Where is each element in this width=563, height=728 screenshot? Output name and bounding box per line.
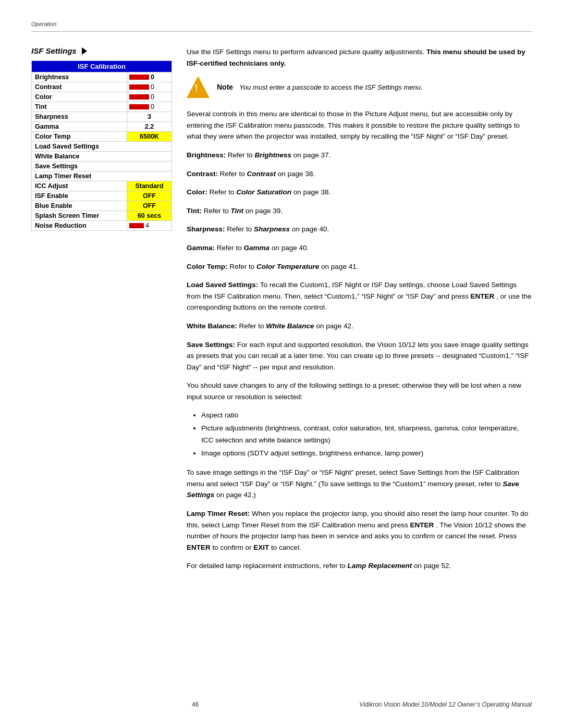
note-label: Note [217, 83, 233, 91]
tint-item: Tint: Refer to Tint on page 39. [187, 205, 532, 217]
desc-para1: Several controls in this menu are identi… [187, 108, 532, 142]
table-row: Blue Enable OFF [32, 201, 172, 211]
top-rule [31, 31, 532, 32]
row-label-savesettings: Save Settings [32, 162, 172, 171]
tint-label: Tint: [187, 207, 202, 215]
lamptimer-item: Lamp Timer Reset: When you replace the p… [187, 508, 532, 553]
brightness-value: 0 [151, 73, 154, 81]
sharpness-suffix: on page 40. [292, 225, 329, 233]
table-row: Sharpness 3 [32, 112, 172, 122]
row-value-colortemp: 6500K [127, 132, 172, 142]
brightness-label: Brightness: [187, 151, 226, 159]
list-item: Image options (SDTV adjust settings, bri… [201, 448, 532, 460]
save-changes-para: You should save changes to any of the fo… [187, 380, 532, 402]
row-value-color: 0 [127, 92, 172, 102]
table-row: Save Settings [32, 162, 172, 171]
row-value-gamma: 2.2 [127, 122, 172, 132]
save-changes-text: You should save changes to any of the fo… [187, 381, 521, 401]
page: Operation ISF Settings ISF Calibration B… [0, 0, 563, 728]
row-label-isfenable: ISF Enable [32, 191, 127, 201]
table-row: Load Saved Settings [32, 142, 172, 152]
row-label-contrast: Contrast [32, 82, 127, 92]
row-label-blueenable: Blue Enable [32, 201, 127, 211]
whitebalance-item: White Balance: Refer to White Balance on… [187, 320, 532, 332]
tint-suffix: on page 39. [246, 207, 283, 215]
colortemp-label: Color Temp: [187, 263, 228, 270]
row-value-splashscreen: 60 secs [127, 211, 172, 221]
color-text: Refer to [210, 188, 237, 196]
table-header-cell: ISF Calibration [32, 61, 172, 72]
right-column: Use the ISF Settings menu to perform adv… [187, 46, 532, 579]
color-link: Color Saturation [236, 188, 291, 196]
table-row: Lamp Timer Reset [32, 171, 172, 181]
row-value-brightness: 0 [127, 72, 172, 82]
whitebalance-text: Refer to [239, 322, 266, 330]
left-column: ISF Settings ISF Calibration Brightness … [31, 46, 172, 231]
isf-settings-label: ISF Settings [31, 46, 77, 55]
noise-value: 4 [145, 222, 149, 229]
row-label-gamma: Gamma [32, 122, 127, 132]
lamp-replacement-para: For detailed lamp replacement instructio… [187, 560, 532, 572]
contrast-suffix: on page 38. [278, 170, 315, 178]
row-value-isfenable: OFF [127, 191, 172, 201]
sharpness-text: Refer to [227, 225, 254, 233]
red-bar-noise [129, 223, 144, 228]
contrast-text: Refer to [220, 170, 247, 178]
color-label: Color: [187, 188, 207, 196]
intro-paragraph: Use the ISF Settings menu to perform adv… [187, 46, 532, 69]
red-bar-color [129, 94, 149, 100]
loadsaved-item: Load Saved Settings: To recall the Custo… [187, 279, 532, 313]
lamptimer-enter2: ENTER [187, 544, 211, 551]
row-value-iccadjust: Standard [127, 181, 172, 191]
row-label-whitebalance: White Balance [32, 152, 172, 162]
gamma-label: Gamma: [187, 244, 215, 252]
bullet-list: Aspect ratio Picture adjustments (bright… [201, 410, 532, 460]
lamptimer-exit: EXIT [253, 544, 269, 551]
sharpness-item: Sharpness: Refer to Sharpness on page 40… [187, 224, 532, 235]
row-label-brightness: Brightness [32, 72, 127, 82]
tint-text: Refer to [204, 207, 231, 215]
table-row: Tint 0 [32, 102, 172, 112]
row-label-sharpness: Sharpness [32, 112, 127, 122]
brightness-item: Brightness: Refer to Brightness on page … [187, 150, 532, 161]
note-content: Note You must enter a passcode to access… [217, 82, 423, 93]
page-number: 46 [31, 701, 359, 708]
red-bar-brightness [129, 75, 149, 80]
whitebalance-label: White Balance: [187, 322, 237, 330]
contrast-link: Contrast [247, 170, 276, 178]
row-label-tint: Tint [32, 102, 127, 112]
lamptimer-label: Lamp Timer Reset: [187, 510, 250, 517]
tint-value: 0 [151, 103, 154, 110]
color-value: 0 [151, 93, 154, 101]
isf-settings-heading: ISF Settings [31, 46, 172, 55]
contrast-value: 0 [151, 83, 154, 91]
lamp-replacement-link: Lamp Replacement [347, 562, 412, 570]
operation-label: Operation [31, 21, 532, 27]
brightness-text: Refer to [228, 151, 255, 159]
gamma-text: Refer to [217, 244, 244, 252]
contrast-label: Contrast: [187, 170, 218, 178]
contrast-item: Contrast: Refer to Contrast on page 38. [187, 168, 532, 180]
colortemp-text: Refer to [229, 263, 256, 270]
row-value-contrast: 0 [127, 82, 172, 92]
table-row: Brightness 0 [32, 72, 172, 82]
sharpness-link: Sharpness [254, 225, 290, 233]
savesettings-text: For each input and supported resolution,… [187, 341, 529, 371]
loadsaved-label: Load Saved Settings: [187, 281, 258, 289]
red-bar-contrast [129, 84, 149, 90]
list-item: Aspect ratio [201, 410, 532, 422]
table-row: Contrast 0 [32, 82, 172, 92]
tint-link: Tint [231, 207, 244, 215]
row-label-color: Color [32, 92, 127, 102]
loadsaved-enter: ENTER [470, 292, 494, 300]
row-label-iccadjust: ICC Adjust [32, 181, 127, 191]
colortemp-link: Color Temperature [256, 263, 319, 270]
color-item: Color: Refer to Color Saturation on page… [187, 187, 532, 198]
lamptimer-enter1: ENTER [410, 521, 434, 529]
footer-right-text: Vidikron Vision Model 10/Model 12 Owner’… [359, 701, 532, 708]
lamp-replacement-text: For detailed lamp replacement instructio… [187, 562, 347, 570]
gamma-suffix: on page 40. [272, 244, 309, 252]
row-value-sharpness: 3 [127, 112, 172, 122]
save-image-suffix: on page 42.) [216, 491, 256, 499]
row-label-noisereduction: Noise Reduction [32, 221, 127, 231]
